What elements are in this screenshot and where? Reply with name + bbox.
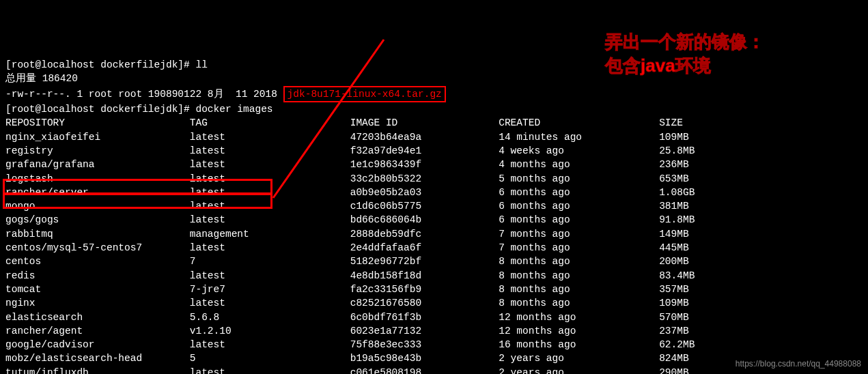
terminal-output: [root@localhost dockerfilejdk]# ll总用量 18… [5,58,863,374]
annotation-line-2: 包含java环境 [605,54,851,78]
table-header: REPOSITORY TAG IMAGE ID CREATED SIZE [5,116,863,130]
table-row: centos/mysql-57-centos7 latest 2e4ddfafa… [5,241,863,255]
table-row: registry latest f32a97de94e1 4 weeks ago… [5,144,863,158]
table-row: nginx latest c82521676580 8 months ago 1… [5,296,863,310]
table-row: mongo latest c1d6c06b5775 6 months ago 3… [5,199,863,213]
table-row: centos 7 5182e96772bf 8 months ago 200MB [5,255,863,268]
table-row: nginx_xiaofeifei latest 47203b64ea9a 14 … [5,130,863,144]
table-row: elasticsearch 5.6.8 6c0bdf761f3b 12 mont… [5,311,863,324]
table-row: tomcat 7-jre7 fa2c33156fb9 8 months ago … [5,283,863,296]
prompt-line-2: [root@localhost dockerfilejdk]# docker i… [5,102,863,116]
table-row: tutum/influxdb latest c061e5808198 2 yea… [5,366,863,374]
annotation-text: 弄出一个新的镜像： 包含java环境 [605,30,851,78]
annotation-line-1: 弄出一个新的镜像： [605,30,851,54]
table-row: grafana/grafana latest 1e1c9863439f 4 mo… [5,158,863,171]
table-row: gogs/gogs latest bd66c686064b 6 months a… [5,213,863,227]
watermark: https://blog.csdn.net/qq_44988088 [736,358,861,370]
table-row: mobz/elasticsearch-head 5 b19a5c98e43b 2… [5,351,863,365]
table-row: rancher/server latest a0b9e05b2a03 6 mon… [5,186,863,199]
file-listing: -rw-r--r--. 1 root root 190890122 8月 11 … [5,86,863,102]
table-row: rabbitmq management 2888deb59dfc 7 month… [5,227,863,241]
table-row: rancher/agent v1.2.10 6023e1a77132 12 mo… [5,324,863,338]
highlighted-filename: jdk-8u171-linux-x64.tar.gz [283,86,446,102]
table-row: redis latest 4e8db158f18d 8 months ago 8… [5,269,863,283]
table-row: logstash latest 33c2b80b5322 5 months ag… [5,172,863,186]
table-row: google/cadvisor latest 75f88e3ec333 16 m… [5,338,863,351]
